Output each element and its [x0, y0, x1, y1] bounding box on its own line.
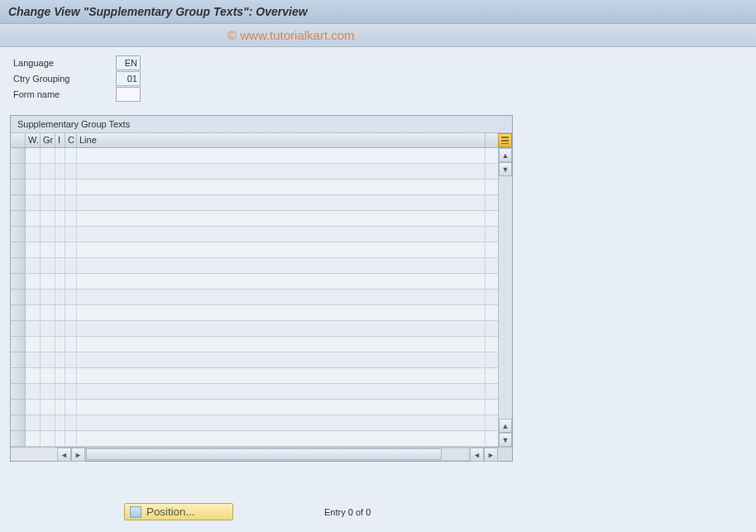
cell-w[interactable] [26, 431, 41, 446]
cell-line[interactable] [77, 384, 486, 399]
cell-line[interactable] [77, 400, 486, 415]
position-button[interactable]: Position... [124, 503, 233, 520]
table-row[interactable] [26, 195, 498, 211]
table-row[interactable] [26, 305, 498, 321]
cell-c[interactable] [65, 337, 77, 352]
cell-i[interactable] [55, 180, 65, 194]
cell-c[interactable] [65, 164, 77, 179]
cell-c[interactable] [65, 305, 77, 320]
cell-line[interactable] [77, 337, 486, 352]
cell-i[interactable] [55, 321, 65, 336]
row-header[interactable] [11, 164, 26, 180]
table-row[interactable] [26, 415, 498, 431]
cell-w[interactable] [26, 400, 41, 415]
cell-gr[interactable] [41, 164, 55, 179]
cell-i[interactable] [55, 148, 65, 163]
row-header[interactable] [11, 290, 26, 305]
row-header[interactable] [11, 180, 26, 195]
row-header[interactable] [11, 195, 26, 211]
table-row[interactable] [26, 337, 498, 352]
scroll-left-button[interactable]: ◄ [57, 448, 71, 462]
row-header[interactable] [11, 305, 26, 321]
cell-c[interactable] [65, 274, 77, 289]
cell-i[interactable] [55, 384, 65, 399]
cell-gr[interactable] [41, 258, 55, 273]
table-row[interactable] [26, 368, 498, 384]
row-header[interactable] [11, 431, 26, 447]
cell-line[interactable] [77, 305, 486, 320]
table-row[interactable] [26, 384, 498, 400]
cell-c[interactable] [65, 180, 77, 194]
cell-gr[interactable] [41, 290, 55, 304]
cell-gr[interactable] [41, 337, 55, 352]
scroll-right-button-2[interactable]: ► [484, 448, 498, 462]
cell-i[interactable] [55, 415, 65, 430]
cell-c[interactable] [65, 227, 77, 242]
hscroll-track[interactable] [85, 448, 470, 461]
scroll-left-button-2[interactable]: ◄ [470, 448, 484, 462]
cell-line[interactable] [77, 148, 486, 163]
row-header[interactable] [11, 368, 26, 384]
cell-line[interactable] [77, 180, 486, 194]
cell-w[interactable] [26, 321, 41, 336]
cell-gr[interactable] [41, 321, 55, 336]
column-header-c[interactable]: C [65, 133, 77, 147]
scroll-down-button-2[interactable]: ▼ [499, 433, 512, 447]
scroll-up-button[interactable]: ▲ [499, 148, 512, 162]
cell-c[interactable] [65, 242, 77, 257]
table-row[interactable] [26, 258, 498, 274]
cell-gr[interactable] [41, 384, 55, 399]
cell-w[interactable] [26, 164, 41, 179]
column-header-i[interactable]: I [55, 133, 65, 147]
cell-gr[interactable] [41, 400, 55, 415]
cell-w[interactable] [26, 148, 41, 163]
table-row[interactable] [26, 180, 498, 195]
scroll-right-button[interactable]: ► [71, 448, 85, 462]
cell-line[interactable] [77, 258, 486, 273]
column-header-w[interactable]: W. [26, 133, 41, 147]
table-row[interactable] [26, 352, 498, 368]
table-row[interactable] [26, 431, 498, 447]
form-name-field[interactable] [116, 87, 141, 102]
cell-line[interactable] [77, 227, 486, 242]
cell-i[interactable] [55, 400, 65, 415]
cell-gr[interactable] [41, 368, 55, 383]
column-header-line[interactable]: Line [77, 133, 486, 147]
cell-c[interactable] [65, 148, 77, 163]
cell-c[interactable] [65, 195, 77, 210]
table-row[interactable] [26, 164, 498, 180]
table-row[interactable] [26, 227, 498, 242]
cell-line[interactable] [77, 274, 486, 289]
row-header[interactable] [11, 415, 26, 431]
cell-gr[interactable] [41, 227, 55, 242]
cell-c[interactable] [65, 431, 77, 446]
cell-w[interactable] [26, 180, 41, 194]
vscroll-track[interactable] [499, 176, 512, 419]
cell-line[interactable] [77, 195, 486, 210]
cell-w[interactable] [26, 352, 41, 367]
row-header[interactable] [11, 337, 26, 352]
table-row[interactable] [26, 321, 498, 337]
cell-c[interactable] [65, 368, 77, 383]
cell-c[interactable] [65, 258, 77, 273]
cell-i[interactable] [55, 352, 65, 367]
cell-line[interactable] [77, 352, 486, 367]
cell-w[interactable] [26, 274, 41, 289]
table-row[interactable] [26, 400, 498, 415]
cell-gr[interactable] [41, 305, 55, 320]
cell-c[interactable] [65, 321, 77, 336]
table-row[interactable] [26, 290, 498, 305]
cell-gr[interactable] [41, 352, 55, 367]
cell-w[interactable] [26, 227, 41, 242]
cell-gr[interactable] [41, 274, 55, 289]
cell-gr[interactable] [41, 431, 55, 446]
cell-line[interactable] [77, 164, 486, 179]
cell-w[interactable] [26, 290, 41, 304]
cell-c[interactable] [65, 384, 77, 399]
cell-i[interactable] [55, 164, 65, 179]
cell-w[interactable] [26, 368, 41, 383]
table-row[interactable] [26, 242, 498, 258]
cell-i[interactable] [55, 195, 65, 210]
cell-i[interactable] [55, 290, 65, 304]
cell-line[interactable] [77, 211, 486, 226]
